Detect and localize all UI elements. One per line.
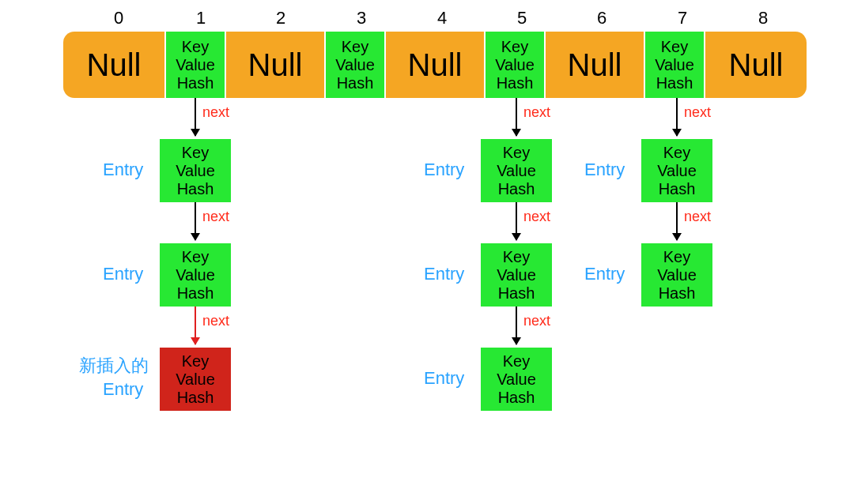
arrow-5-a bbox=[516, 98, 517, 136]
kvh-key: Key bbox=[503, 352, 530, 370]
arrow-1-b bbox=[195, 202, 196, 240]
entry-label-1-b: Entry bbox=[103, 264, 143, 284]
kvh-hash: Hash bbox=[337, 74, 374, 92]
kvh-key: Key bbox=[182, 352, 209, 370]
next-7-a: next bbox=[684, 104, 711, 121]
bucket-4-null: Null bbox=[386, 32, 484, 98]
entry-label-5-c: Entry bbox=[424, 368, 464, 389]
kvh-hash: Hash bbox=[656, 74, 693, 92]
bucket-3-entry: Key Value Hash bbox=[324, 32, 386, 98]
kvh-key: Key bbox=[663, 248, 690, 266]
kvh-key: Key bbox=[182, 144, 209, 162]
kvh-value: Value bbox=[176, 370, 215, 389]
kvh-key: Key bbox=[182, 38, 209, 56]
node-5-a: Key Value Hash bbox=[481, 139, 552, 202]
kvh-hash: Hash bbox=[659, 284, 696, 303]
index-3: 3 bbox=[350, 8, 373, 28]
node-1-b: Key Value Hash bbox=[160, 243, 231, 307]
kvh-key: Key bbox=[503, 144, 530, 162]
bucket-7-entry: Key Value Hash bbox=[644, 32, 705, 98]
kvh-hash: Hash bbox=[177, 389, 214, 407]
next-1-b: next bbox=[202, 209, 229, 225]
entry-label-5-a: Entry bbox=[424, 160, 464, 180]
kvh-value: Value bbox=[495, 56, 535, 74]
kvh-key: Key bbox=[661, 38, 688, 56]
node-5-b: Key Value Hash bbox=[481, 243, 552, 307]
kvh-hash: Hash bbox=[659, 180, 696, 198]
bucket-1-entry: Key Value Hash bbox=[164, 32, 226, 98]
kvh-key: Key bbox=[663, 144, 690, 162]
arrow-7-b bbox=[676, 202, 678, 240]
kvh-hash: Hash bbox=[497, 74, 534, 92]
entry-label-5-b: Entry bbox=[424, 264, 464, 284]
kvh-hash: Hash bbox=[177, 180, 214, 198]
bucket-2-null: Null bbox=[226, 32, 324, 98]
next-5-a: next bbox=[523, 104, 550, 121]
kvh-key: Key bbox=[503, 248, 530, 266]
next-1-a: next bbox=[202, 104, 229, 121]
index-7: 7 bbox=[671, 8, 694, 28]
kvh-value: Value bbox=[497, 370, 536, 389]
node-7-b: Key Value Hash bbox=[641, 243, 712, 307]
kvh-value: Value bbox=[497, 266, 536, 284]
arrow-5-b bbox=[516, 202, 517, 240]
entry-label-7-a: Entry bbox=[584, 160, 625, 180]
kvh-value: Value bbox=[176, 162, 215, 180]
arrow-1-c-red bbox=[195, 307, 196, 344]
kvh-hash: Hash bbox=[177, 74, 214, 92]
index-2: 2 bbox=[269, 8, 293, 28]
kvh-value: Value bbox=[176, 266, 215, 284]
node-5-c: Key Value Hash bbox=[481, 348, 552, 411]
new-insert-label: 新插入的 bbox=[79, 354, 149, 378]
bucket-5-entry: Key Value Hash bbox=[484, 32, 546, 98]
kvh-key: Key bbox=[501, 38, 528, 56]
kvh-hash: Hash bbox=[498, 389, 535, 407]
kvh-value: Value bbox=[657, 266, 697, 284]
kvh-value: Value bbox=[497, 162, 536, 180]
entry-label-1-a: Entry bbox=[103, 160, 143, 180]
entry-label-1-c: Entry bbox=[103, 379, 143, 400]
arrow-7-a bbox=[676, 98, 678, 136]
node-1-c-new: Key Value Hash bbox=[160, 348, 231, 411]
index-6: 6 bbox=[590, 8, 614, 28]
index-1: 1 bbox=[189, 8, 213, 28]
bucket-0-null: Null bbox=[63, 32, 164, 98]
kvh-key: Key bbox=[342, 38, 368, 56]
next-5-b: next bbox=[523, 209, 550, 225]
index-5: 5 bbox=[510, 8, 534, 28]
next-1-c: next bbox=[202, 313, 229, 329]
kvh-key: Key bbox=[182, 248, 209, 266]
node-1-a: Key Value Hash bbox=[160, 139, 231, 202]
kvh-hash: Hash bbox=[177, 284, 214, 303]
index-8: 8 bbox=[751, 8, 775, 28]
index-0: 0 bbox=[107, 8, 130, 28]
node-7-a: Key Value Hash bbox=[641, 139, 712, 202]
bucket-array: Null Key Value Hash Null Key Value Hash … bbox=[63, 32, 807, 98]
next-7-b: next bbox=[684, 209, 711, 225]
arrow-1-a bbox=[195, 98, 196, 136]
kvh-value: Value bbox=[655, 56, 694, 74]
kvh-hash: Hash bbox=[498, 284, 535, 303]
kvh-value: Value bbox=[176, 56, 215, 74]
bucket-8-null: Null bbox=[705, 32, 807, 98]
arrow-5-c bbox=[516, 307, 517, 344]
kvh-value: Value bbox=[657, 162, 697, 180]
next-5-c: next bbox=[523, 313, 550, 329]
bucket-6-null: Null bbox=[546, 32, 644, 98]
kvh-hash: Hash bbox=[498, 180, 535, 198]
diagram-stage: 0 1 2 3 4 5 6 7 8 Null Key Value Hash Nu… bbox=[16, 8, 838, 498]
entry-label-7-b: Entry bbox=[584, 264, 625, 284]
index-4: 4 bbox=[430, 8, 454, 28]
kvh-value: Value bbox=[335, 56, 375, 74]
